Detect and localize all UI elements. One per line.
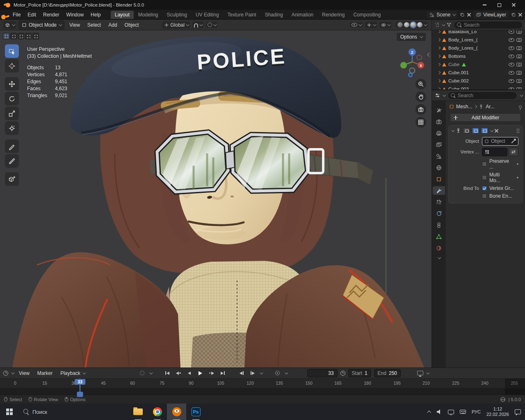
auto-keying-button[interactable]	[138, 370, 146, 377]
extras-chevron-icon[interactable]	[490, 128, 493, 132]
tab-modifiers[interactable]	[433, 186, 445, 195]
taskbar-search[interactable]: Поиск	[19, 404, 52, 420]
timeline-menu-view[interactable]: View	[16, 369, 32, 377]
workspace-tab-uv-editing[interactable]: UV Editing	[192, 11, 223, 19]
timeline-editor-icon[interactable]	[3, 371, 8, 376]
shading-rendered-button[interactable]	[417, 22, 422, 27]
tab-constraints[interactable]	[433, 221, 445, 229]
outliner-item[interactable]: Balaklava_Lo	[432, 30, 525, 36]
disable-render-icon[interactable]	[516, 30, 522, 34]
delete-modifier-icon[interactable]	[495, 129, 499, 133]
start-button[interactable]	[0, 404, 19, 420]
expand-icon[interactable]	[437, 63, 441, 66]
hide-viewport-icon[interactable]	[509, 55, 514, 58]
shading-wireframe-button[interactable]	[397, 22, 403, 27]
timeline-menu-marker[interactable]: Marker	[35, 369, 55, 377]
select-subtract-button[interactable]	[18, 33, 24, 39]
outliner-item[interactable]: Body_Lores_(	[432, 44, 525, 52]
end-frame-field[interactable]: End250	[374, 369, 401, 377]
taskbar-clock[interactable]: 1:12 22.02.2026	[486, 406, 509, 418]
tab-physics[interactable]	[433, 209, 445, 218]
expand-icon[interactable]	[437, 30, 441, 33]
outliner-item[interactable]: Body_Lores_(	[432, 36, 525, 44]
transform-orientation-selector[interactable]: Global	[162, 21, 190, 29]
expand-icon[interactable]	[437, 38, 441, 41]
outliner-item[interactable]: Bottoms	[432, 52, 525, 60]
bone-envelopes-checkbox[interactable]: Bone En...	[482, 193, 518, 199]
workspace-tab-animation[interactable]: Animation	[288, 11, 317, 19]
multi-modifier-checkbox[interactable]: Multi Mo...	[482, 172, 518, 183]
jump-to-start-button[interactable]	[163, 370, 171, 377]
tool-measure[interactable]	[5, 154, 19, 168]
shading-material-button[interactable]	[411, 22, 416, 27]
notification-icon[interactable]	[515, 409, 521, 414]
display-icon[interactable]	[448, 410, 454, 414]
play-reverse-button[interactable]	[185, 370, 194, 377]
prev-keyframe-button[interactable]	[174, 370, 183, 377]
outliner-item[interactable]: Cube	[432, 60, 525, 68]
outliner-item[interactable]: Cube.003	[432, 85, 525, 89]
select-extend-button[interactable]	[10, 33, 17, 39]
object-field[interactable]: Object	[482, 137, 518, 146]
hide-viewport-icon[interactable]	[509, 79, 514, 83]
collapse-icon[interactable]	[451, 128, 454, 132]
play-button[interactable]	[196, 370, 205, 377]
menu-view[interactable]: View	[67, 21, 82, 29]
disable-render-icon[interactable]	[516, 38, 522, 42]
tray-expand-icon[interactable]	[427, 410, 431, 414]
workspace-tab-shading[interactable]: Shading	[261, 11, 287, 19]
render-toggle[interactable]	[481, 128, 488, 134]
close-button[interactable]	[507, 0, 521, 10]
expand-icon[interactable]	[437, 71, 441, 74]
hide-viewport-icon[interactable]	[509, 30, 514, 34]
expand-icon[interactable]	[437, 55, 441, 58]
tool-transform[interactable]	[5, 121, 19, 135]
playhead-handle[interactable]	[77, 392, 83, 397]
menu-window[interactable]: Window	[63, 11, 87, 19]
tab-tool[interactable]	[433, 106, 445, 114]
jump-to-end-button[interactable]	[219, 370, 227, 377]
mode-selector[interactable]: Object Mode	[18, 21, 64, 30]
animate-dot-icon[interactable]	[517, 163, 518, 165]
expand-icon[interactable]	[437, 46, 441, 50]
zoom-button[interactable]	[415, 79, 426, 89]
outliner-editor-icon[interactable]	[434, 22, 440, 27]
vertex-groups-checkbox[interactable]: Vertex Gr...	[482, 185, 518, 191]
region-collapse-icon[interactable]	[428, 52, 431, 57]
expand-icon[interactable]	[437, 79, 441, 82]
navigation-gizmo[interactable]: Z X	[398, 47, 427, 75]
hide-viewport-icon[interactable]	[509, 71, 514, 75]
remove-viewlayer-icon[interactable]	[518, 13, 523, 17]
tab-output[interactable]	[433, 129, 445, 137]
tool-rotate[interactable]	[5, 92, 19, 105]
snap-selector[interactable]	[192, 21, 203, 28]
menu-object[interactable]: Object	[122, 21, 142, 29]
menu-help[interactable]: Help	[87, 11, 104, 19]
object-visibility-selector[interactable]	[350, 22, 363, 27]
filter-chevron-icon[interactable]	[520, 93, 523, 96]
pin-icon[interactable]	[519, 105, 522, 108]
properties-search-input[interactable]: Search	[447, 91, 517, 100]
breadcrumb-object[interactable]: Mesh...	[456, 104, 472, 110]
keyboard-icon[interactable]	[460, 410, 466, 414]
edit-mode-toggle[interactable]	[463, 128, 470, 134]
speaker-icon[interactable]	[437, 409, 442, 414]
menu-file[interactable]: File	[9, 11, 24, 19]
menu-edit[interactable]: Edit	[24, 11, 39, 19]
workspace-tab-modeling[interactable]: Modeling	[134, 11, 162, 19]
frame-back-button[interactable]	[237, 370, 246, 377]
disable-render-icon[interactable]	[516, 46, 522, 50]
invert-vertex-group-button[interactable]: ⇄	[509, 148, 518, 156]
hide-viewport-icon[interactable]	[509, 46, 514, 50]
pan-button[interactable]	[415, 91, 426, 102]
disable-render-icon[interactable]	[516, 79, 522, 83]
tab-particles[interactable]	[433, 198, 445, 206]
gizmos-selector[interactable]	[365, 22, 377, 28]
maximize-button[interactable]	[492, 0, 507, 10]
editor-type-button[interactable]	[3, 21, 16, 29]
proportional-edit-selector[interactable]	[206, 22, 217, 28]
viewport-options-button[interactable]: Options	[397, 33, 426, 41]
start-frame-field[interactable]: Start1	[348, 369, 371, 377]
outliner-item[interactable]: Cube.002	[432, 77, 525, 85]
tool-move[interactable]	[5, 77, 19, 91]
